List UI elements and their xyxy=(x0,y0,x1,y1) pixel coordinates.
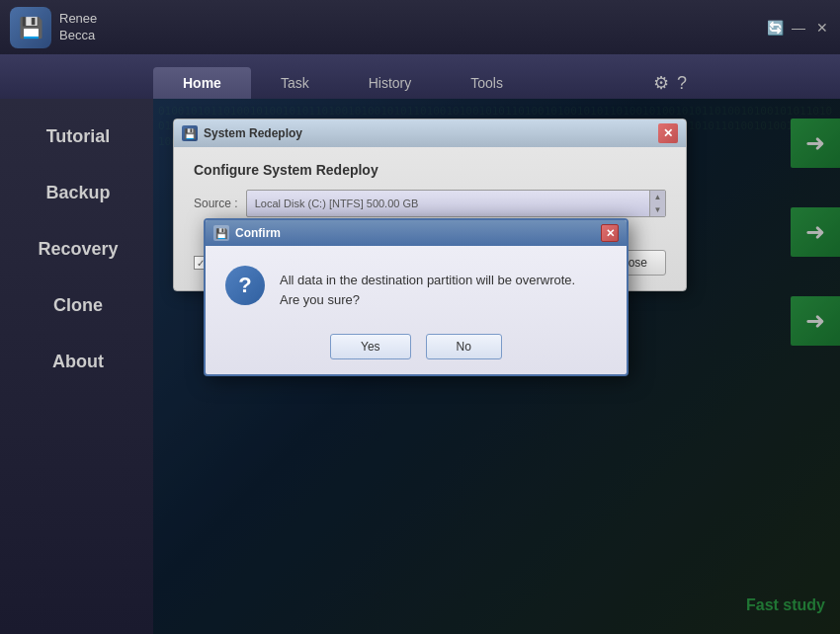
title-bar: 💾 Renee Becca 🔄 — ✕ xyxy=(0,0,840,54)
help-icon[interactable]: ? xyxy=(677,73,687,94)
app-logo: 💾 xyxy=(10,7,51,48)
app-title: Renee Becca xyxy=(59,11,97,44)
restore-button[interactable]: 🔄 xyxy=(767,20,783,36)
confirm-yes-button[interactable]: Yes xyxy=(330,334,411,359)
system-redeploy-source-field[interactable]: Local Disk (C:) [NTFS] 500.00 GB ▲ ▼ xyxy=(246,190,666,217)
tab-task[interactable]: Task xyxy=(251,67,339,99)
sidebar-item-clone[interactable]: Clone xyxy=(0,277,153,334)
sidebar-item-backup[interactable]: Backup xyxy=(0,165,153,221)
confirm-body: ? All data in the destination partition … xyxy=(206,246,627,324)
tab-home[interactable]: Home xyxy=(153,67,251,99)
system-redeploy-title-icon: 💾 xyxy=(182,125,198,141)
confirm-no-button[interactable]: No xyxy=(426,334,502,359)
system-redeploy-dialog: 💾 System Redeploy ✕ Configure System Red… xyxy=(173,119,687,291)
system-redeploy-title-text: System Redeploy xyxy=(204,126,652,140)
settings-icon[interactable]: ⚙ xyxy=(653,72,669,94)
title-bar-controls: 🔄 — ✕ xyxy=(767,20,830,36)
confirm-question-icon: ? xyxy=(225,266,265,305)
nav-tabs: Home Task History Tools ⚙ ? xyxy=(0,54,840,99)
system-redeploy-source-label: Source : xyxy=(194,197,238,210)
sidebar: Tutorial Backup Recovery Clone About xyxy=(0,99,153,634)
app-window: 💾 Renee Becca 🔄 — ✕ Home Task History To… xyxy=(0,0,840,634)
content-area: Tutorial Backup Recovery Clone About 010… xyxy=(0,99,840,634)
system-redeploy-close-icon[interactable]: ✕ xyxy=(658,123,678,143)
confirm-dialog: 💾 Confirm ✕ ? All data in the destinatio… xyxy=(204,218,629,376)
confirm-close-icon[interactable]: ✕ xyxy=(601,224,619,242)
system-redeploy-title-bar: 💾 System Redeploy ✕ xyxy=(174,119,686,147)
confirm-title-icon: 💾 xyxy=(213,225,229,241)
system-redeploy-source-value: Local Disk (C:) [NTFS] 500.00 GB xyxy=(255,198,419,209)
tab-history[interactable]: History xyxy=(339,67,442,99)
confirm-title-text: Confirm xyxy=(235,226,595,240)
system-redeploy-heading: Configure System Redeploy xyxy=(194,162,666,178)
main-content: 0100101011010010100101011010010100101011… xyxy=(153,99,840,634)
sidebar-item-about[interactable]: About xyxy=(0,334,153,390)
confirm-message: All data in the destination partition wi… xyxy=(280,266,575,309)
dialog-overlay: 💾 System Redeploy ✕ Configure System Red… xyxy=(153,99,840,634)
minimize-button[interactable]: — xyxy=(791,20,806,36)
sidebar-item-tutorial[interactable]: Tutorial xyxy=(0,109,153,165)
tab-tools[interactable]: Tools xyxy=(441,67,533,99)
nav-right: ⚙ ? xyxy=(653,72,687,99)
confirm-actions: Yes No xyxy=(206,324,627,374)
dialog-source-scrollbar: ▲ ▼ xyxy=(649,191,665,216)
system-redeploy-source-row: Source : Local Disk (C:) [NTFS] 500.00 G… xyxy=(194,190,666,217)
close-button[interactable]: ✕ xyxy=(814,20,830,36)
sidebar-item-recovery[interactable]: Recovery xyxy=(0,221,153,277)
confirm-title-bar: 💾 Confirm ✕ xyxy=(206,220,627,246)
